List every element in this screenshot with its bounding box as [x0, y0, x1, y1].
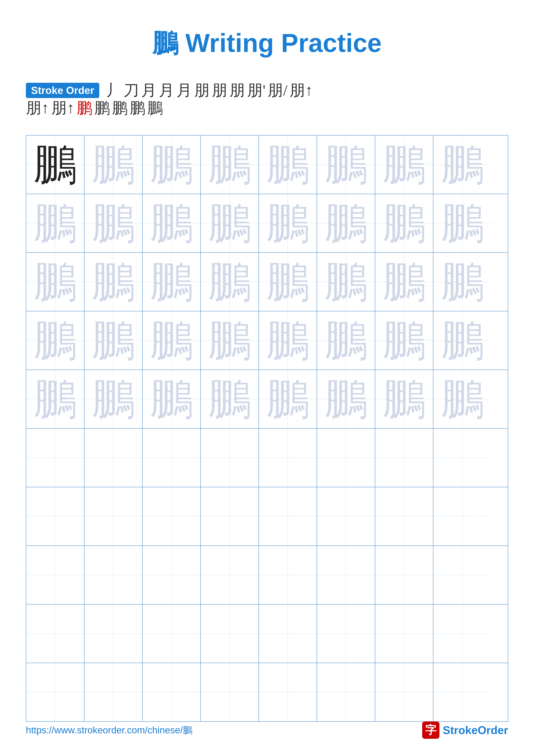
- grid-cell-6-3[interactable]: [142, 429, 201, 487]
- grid-cell-7-3[interactable]: [142, 487, 201, 546]
- grid-cell-5-4[interactable]: 鵬: [201, 370, 259, 428]
- grid-cell-4-3[interactable]: 鵬: [142, 311, 201, 369]
- grid-cell-4-1[interactable]: 鵬: [26, 311, 85, 369]
- grid-cell-9-8[interactable]: [433, 605, 492, 663]
- grid-cell-9-6[interactable]: [317, 605, 375, 663]
- stroke-11: 朋↑: [290, 83, 313, 98]
- grid-row-9: [26, 605, 508, 663]
- grid-cell-1-2[interactable]: 鵬: [85, 136, 142, 194]
- grid-cell-7-1[interactable]: [26, 487, 85, 546]
- grid-cell-8-7[interactable]: [375, 546, 433, 604]
- grid-cell-10-5[interactable]: [259, 663, 317, 721]
- grid-cell-5-6[interactable]: 鵬: [317, 370, 375, 428]
- grid-cell-6-4[interactable]: [201, 429, 259, 487]
- grid-row-8: [26, 546, 508, 605]
- stroke-12: 朋↑: [26, 100, 49, 116]
- grid-cell-5-3[interactable]: 鵬: [142, 370, 201, 428]
- practice-char-light: 鵬: [324, 143, 368, 186]
- grid-row-4: 鵬 鵬 鵬 鵬 鵬 鵬 鵬 鵬: [26, 311, 508, 370]
- grid-cell-1-4[interactable]: 鵬: [201, 136, 259, 194]
- practice-char-light: 鵬: [383, 143, 426, 186]
- footer-url: https://www.strokeorder.com/chinese/鵬: [26, 724, 192, 737]
- grid-cell-2-8[interactable]: 鵬: [433, 194, 492, 252]
- grid-cell-4-8[interactable]: 鵬: [433, 311, 492, 369]
- grid-cell-3-5[interactable]: 鵬: [259, 253, 317, 311]
- grid-cell-3-3[interactable]: 鵬: [142, 253, 201, 311]
- grid-cell-6-8[interactable]: [433, 429, 492, 487]
- grid-cell-6-6[interactable]: [317, 429, 375, 487]
- stroke-16: 鹏: [112, 100, 128, 116]
- page-title: 鵬 Writing Practice: [152, 28, 382, 57]
- grid-cell-8-8[interactable]: [433, 546, 492, 604]
- grid-row-1: 鵬 鵬 鵬 鵬 鵬 鵬 鵬 鵬: [26, 136, 508, 194]
- grid-cell-5-5[interactable]: 鵬: [259, 370, 317, 428]
- grid-cell-9-5[interactable]: [259, 605, 317, 663]
- grid-cell-2-1[interactable]: 鵬: [26, 194, 85, 252]
- grid-cell-3-6[interactable]: 鵬: [317, 253, 375, 311]
- grid-cell-7-8[interactable]: [433, 487, 492, 546]
- grid-cell-6-1[interactable]: [26, 429, 85, 487]
- grid-cell-5-1[interactable]: 鵬: [26, 370, 85, 428]
- grid-cell-5-2[interactable]: 鵬: [85, 370, 142, 428]
- stroke-4: 月: [159, 83, 174, 98]
- stroke-7: 朋: [212, 83, 227, 98]
- grid-cell-3-7[interactable]: 鵬: [375, 253, 433, 311]
- grid-cell-10-8[interactable]: [433, 663, 492, 721]
- grid-cell-9-3[interactable]: [142, 605, 201, 663]
- stroke-6: 朋: [194, 83, 210, 98]
- grid-cell-7-7[interactable]: [375, 487, 433, 546]
- grid-cell-2-4[interactable]: 鵬: [201, 194, 259, 252]
- grid-cell-2-3[interactable]: 鵬: [142, 194, 201, 252]
- grid-cell-4-2[interactable]: 鵬: [85, 311, 142, 369]
- grid-cell-6-5[interactable]: [259, 429, 317, 487]
- grid-cell-7-4[interactable]: [201, 487, 259, 546]
- grid-cell-9-7[interactable]: [375, 605, 433, 663]
- grid-cell-7-5[interactable]: [259, 487, 317, 546]
- grid-cell-5-7[interactable]: 鵬: [375, 370, 433, 428]
- grid-cell-10-7[interactable]: [375, 663, 433, 721]
- grid-cell-3-2[interactable]: 鵬: [85, 253, 142, 311]
- grid-cell-6-2[interactable]: [85, 429, 142, 487]
- grid-cell-10-4[interactable]: [201, 663, 259, 721]
- grid-cell-10-3[interactable]: [142, 663, 201, 721]
- grid-cell-10-6[interactable]: [317, 663, 375, 721]
- grid-cell-1-5[interactable]: 鵬: [259, 136, 317, 194]
- grid-cell-7-2[interactable]: [85, 487, 142, 546]
- stroke-13: 朋↑: [51, 100, 75, 116]
- grid-cell-4-7[interactable]: 鵬: [375, 311, 433, 369]
- grid-cell-9-4[interactable]: [201, 605, 259, 663]
- grid-row-2: 鵬 鵬 鵬 鵬 鵬 鵬 鵬 鵬: [26, 194, 508, 253]
- grid-cell-4-4[interactable]: 鵬: [201, 311, 259, 369]
- grid-cell-10-1[interactable]: [26, 663, 85, 721]
- grid-cell-6-7[interactable]: [375, 429, 433, 487]
- grid-cell-3-8[interactable]: 鵬: [433, 253, 492, 311]
- footer: https://www.strokeorder.com/chinese/鵬 字 …: [0, 721, 534, 739]
- grid-cell-2-6[interactable]: 鵬: [317, 194, 375, 252]
- grid-row-10: [26, 663, 508, 721]
- grid-cell-8-4[interactable]: [201, 546, 259, 604]
- grid-cell-8-2[interactable]: [85, 546, 142, 604]
- grid-cell-10-2[interactable]: [85, 663, 142, 721]
- grid-cell-2-7[interactable]: 鵬: [375, 194, 433, 252]
- grid-cell-1-3[interactable]: 鵬: [142, 136, 201, 194]
- grid-cell-4-6[interactable]: 鵬: [317, 311, 375, 369]
- grid-cell-5-8[interactable]: 鵬: [433, 370, 492, 428]
- grid-cell-2-2[interactable]: 鵬: [85, 194, 142, 252]
- grid-cell-9-1[interactable]: [26, 605, 85, 663]
- practice-grid: 鵬 鵬 鵬 鵬 鵬 鵬 鵬 鵬 鵬 鵬 鵬 鵬 鵬 鵬 鵬 鵬: [26, 135, 508, 722]
- grid-cell-2-5[interactable]: 鵬: [259, 194, 317, 252]
- grid-cell-7-6[interactable]: [317, 487, 375, 546]
- grid-cell-9-2[interactable]: [85, 605, 142, 663]
- grid-cell-1-7[interactable]: 鵬: [375, 136, 433, 194]
- grid-cell-8-3[interactable]: [142, 546, 201, 604]
- grid-cell-4-5[interactable]: 鵬: [259, 311, 317, 369]
- grid-cell-8-1[interactable]: [26, 546, 85, 604]
- practice-char-light: 鵬: [441, 143, 484, 186]
- grid-cell-1-6[interactable]: 鵬: [317, 136, 375, 194]
- grid-cell-3-4[interactable]: 鵬: [201, 253, 259, 311]
- grid-cell-8-6[interactable]: [317, 546, 375, 604]
- grid-cell-1-1[interactable]: 鵬: [26, 136, 85, 194]
- grid-cell-1-8[interactable]: 鵬: [433, 136, 492, 194]
- grid-cell-3-1[interactable]: 鵬: [26, 253, 85, 311]
- grid-cell-8-5[interactable]: [259, 546, 317, 604]
